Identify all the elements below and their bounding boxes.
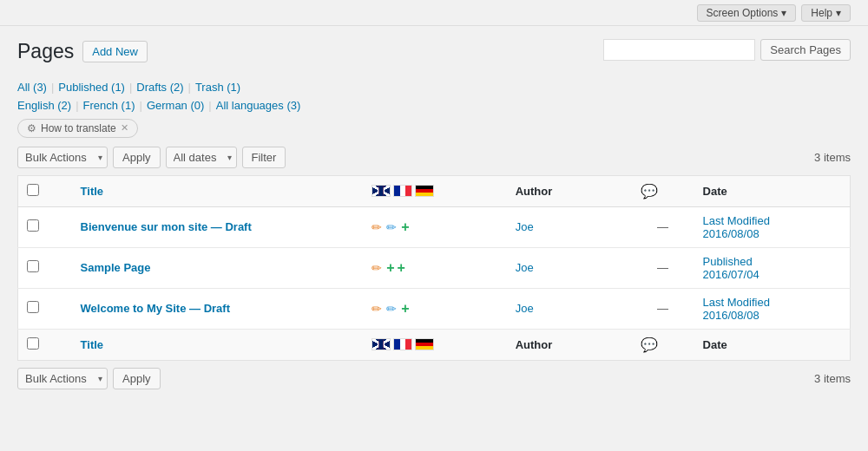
row-date-col-1: Published2016/07/04: [694, 247, 851, 288]
table-row: Welcome to My Site — Draft ✏✏+ Joe — Las…: [18, 288, 851, 329]
items-count-top: 3 items: [814, 151, 851, 164]
translate-gear-icon: ⚙: [27, 122, 36, 134]
filter-english[interactable]: English (2): [17, 99, 71, 112]
select-all-checkbox-footer[interactable]: [27, 337, 39, 350]
row-flags-col-2: ✏✏+: [363, 288, 507, 329]
row-checkbox-col-0: [18, 206, 72, 247]
pencil-orange-icon-1-0[interactable]: ✏: [372, 261, 382, 275]
footer-title-col: Title: [72, 329, 364, 360]
items-count-footer: 3 items: [814, 372, 851, 385]
plus-icon-1-1[interactable]: +: [386, 260, 394, 276]
plus-icon-0-2[interactable]: +: [401, 219, 409, 235]
filter-all-languages[interactable]: All languages (3): [216, 99, 301, 112]
page-title-link-1[interactable]: Sample Page: [81, 261, 151, 274]
comments-value-0: —: [657, 220, 668, 233]
date-link-0[interactable]: Last Modified2016/08/08: [703, 214, 770, 240]
uk-flag-header: [372, 185, 391, 197]
filter-german[interactable]: German (0): [147, 99, 204, 112]
how-to-translate-button[interactable]: ⚙ How to translate ✕: [17, 119, 138, 138]
row-title-col-0: Bienvenue sur mon site — Draft: [72, 206, 364, 247]
footer-flags-col: [363, 329, 507, 360]
page-title-link-2[interactable]: Welcome to My Site — Draft: [81, 302, 230, 315]
screen-options-label: Screen Options: [707, 7, 779, 19]
date-link-2[interactable]: Last Modified2016/08/08: [703, 296, 770, 322]
help-button[interactable]: Help ▾: [801, 4, 851, 22]
footer-toolbar-left: Bulk Actions ▾ Apply: [17, 368, 161, 389]
add-new-button[interactable]: Add New: [82, 41, 148, 62]
toolbar-left: Bulk Actions ▾ Apply All dates ▾ Filter: [17, 147, 286, 168]
row-flags-col-1: ✏++: [363, 247, 507, 288]
date-link-1[interactable]: Published2016/07/04: [703, 255, 760, 281]
header-comments-col: 💬: [632, 175, 694, 206]
plus-icon-2-2[interactable]: +: [401, 301, 409, 317]
table-body: Bienvenue sur mon site — Draft ✏✏+ Joe —…: [18, 206, 851, 329]
author-link-2[interactable]: Joe: [516, 302, 534, 315]
screen-options-arrow-icon: ▾: [781, 7, 786, 19]
author-header-label: Author: [516, 185, 553, 198]
filter-french[interactable]: French (1): [83, 99, 135, 112]
filter-trash[interactable]: Trash (1): [195, 81, 240, 94]
author-link-1[interactable]: Joe: [516, 261, 534, 274]
row-title-col-1: Sample Page: [72, 247, 364, 288]
main-content: Pages Add New Search Pages All (3) | Pub…: [0, 26, 868, 402]
row-flags-col-0: ✏✏+: [363, 206, 507, 247]
row-comments-col-1: —: [632, 247, 694, 288]
title-sort-link-footer[interactable]: Title: [81, 338, 104, 351]
flags-actions-0: ✏✏+: [372, 219, 498, 235]
search-input[interactable]: [603, 39, 755, 61]
row-checkbox-0[interactable]: [27, 219, 39, 232]
row-checkbox-1[interactable]: [27, 260, 39, 272]
header-flags-col: [363, 175, 507, 206]
pages-table: Title Author 💬 Date: [17, 175, 851, 361]
author-link-0[interactable]: Joe: [516, 220, 534, 233]
footer-bulk-actions-select[interactable]: Bulk Actions: [17, 368, 108, 389]
top-toolbar: Bulk Actions ▾ Apply All dates ▾ Filter …: [17, 147, 851, 168]
row-date-col-2: Last Modified2016/08/08: [694, 288, 851, 329]
apply-button-top[interactable]: Apply: [113, 147, 161, 168]
top-bar: Screen Options ▾ Help ▾: [0, 0, 868, 26]
dates-wrapper: All dates ▾: [166, 147, 237, 168]
comment-bubble-icon-footer: 💬: [641, 337, 658, 352]
search-box: Search Pages: [603, 39, 851, 61]
row-checkbox-col-2: [18, 288, 72, 329]
filter-published[interactable]: Published (1): [58, 81, 125, 94]
dates-select[interactable]: All dates: [166, 147, 237, 168]
row-checkbox-col-1: [18, 247, 72, 288]
row-checkbox-2[interactable]: [27, 301, 39, 313]
pencil-blue-icon-2-1[interactable]: ✏: [386, 302, 397, 316]
filter-links: All (3) | Published (1) | Drafts (2) | T…: [17, 81, 240, 94]
page-title-row: Pages Add New: [17, 39, 148, 65]
screen-options-button[interactable]: Screen Options ▾: [697, 4, 797, 22]
page-title-link-0[interactable]: Bienvenue sur mon site — Draft: [81, 220, 252, 233]
de-flag-footer: [415, 338, 434, 350]
apply-button-footer[interactable]: Apply: [113, 368, 161, 389]
comment-bubble-icon-header: 💬: [641, 184, 658, 199]
pencil-blue-icon-0-1[interactable]: ✏: [386, 220, 397, 234]
pencil-orange-icon-0-0[interactable]: ✏: [372, 220, 382, 234]
translate-close-icon: ✕: [121, 122, 128, 134]
footer-date-col: Date: [694, 329, 851, 360]
fr-flag-footer: [393, 338, 412, 350]
footer-flags: [372, 338, 498, 350]
plus-icon-1-2[interactable]: +: [398, 260, 405, 276]
select-all-checkbox[interactable]: [27, 184, 39, 196]
pencil-orange-icon-2-0[interactable]: ✏: [372, 302, 382, 316]
row-comments-col-2: —: [632, 288, 694, 329]
bulk-actions-wrapper: Bulk Actions ▾: [17, 147, 108, 168]
filter-drafts[interactable]: Drafts (2): [136, 81, 183, 94]
row-author-col-1: Joe: [507, 247, 632, 288]
uk-flag-footer: [372, 338, 391, 350]
page-title: Pages: [17, 39, 74, 65]
flags-actions-1: ✏++: [372, 260, 498, 276]
footer-comments-col: 💬: [632, 329, 694, 360]
filter-button[interactable]: Filter: [242, 147, 286, 168]
fr-flag-header: [393, 185, 412, 197]
header-title-col: Title: [72, 175, 364, 206]
translate-row: ⚙ How to translate ✕: [17, 119, 851, 138]
help-label: Help: [811, 7, 832, 19]
table-header: Title Author 💬 Date: [18, 175, 851, 206]
bulk-actions-select[interactable]: Bulk Actions: [17, 147, 108, 168]
filter-all[interactable]: All (3): [17, 81, 47, 94]
search-pages-button[interactable]: Search Pages: [760, 39, 851, 61]
title-sort-link[interactable]: Title: [81, 185, 104, 198]
